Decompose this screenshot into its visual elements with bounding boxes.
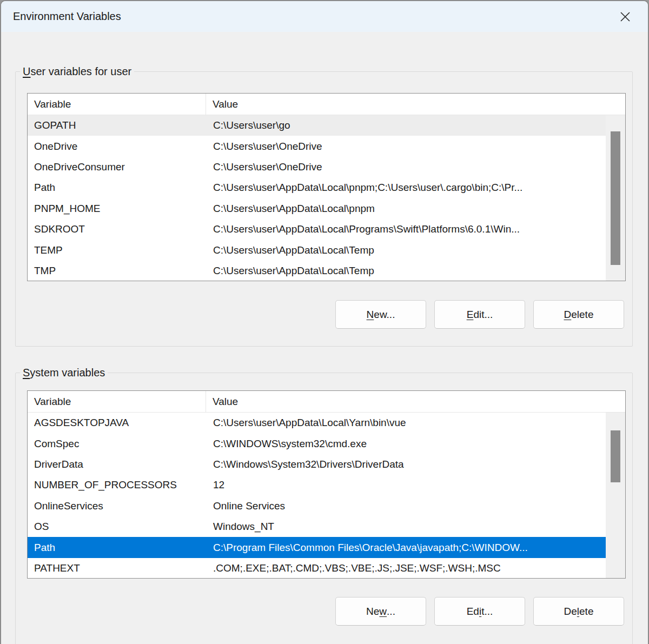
system-variables-group-label: System variables bbox=[20, 367, 108, 379]
variable-name-cell: Path bbox=[28, 182, 206, 194]
variable-value-cell: C:\Windows\System32\Drivers\DriverData bbox=[206, 459, 606, 470]
button-label: De bbox=[564, 606, 577, 618]
table-row[interactable]: OneDrive C:\Users\user\OneDrive bbox=[28, 136, 606, 156]
column-header-value[interactable]: Value bbox=[206, 391, 625, 412]
variable-name-cell: OS bbox=[28, 521, 206, 533]
system-variables-table: Variable Value AGSDESKTOPJAVA C:\Users\u… bbox=[27, 390, 626, 579]
variable-value-cell: C:\Users\user\AppData\Local\Programs\Swi… bbox=[206, 223, 606, 235]
close-button[interactable] bbox=[614, 6, 636, 28]
variable-name-cell: OneDriveConsumer bbox=[28, 161, 206, 173]
variable-name-cell: PNPM_HOME bbox=[28, 203, 206, 215]
button-label: dit... bbox=[473, 309, 493, 321]
system-table-body: AGSDESKTOPJAVA C:\Users\user\AppData\Loc… bbox=[28, 413, 625, 578]
variable-value-cell: C:\Users\user\go bbox=[206, 119, 606, 131]
table-row-selected[interactable]: Path C:\Program Files\Common Files\Oracl… bbox=[28, 537, 606, 557]
button-label-mnemonic: N bbox=[367, 309, 374, 321]
variable-name-cell: SDKROOT bbox=[28, 223, 206, 235]
variable-value-cell: C:\Users\user\AppData\Local\pnpm bbox=[206, 203, 606, 215]
table-row[interactable]: GOPATH C:\Users\user\go bbox=[28, 115, 606, 136]
group-label-mnemonic: U bbox=[23, 65, 30, 77]
button-label: ete bbox=[579, 606, 593, 618]
variable-value-cell: C:\Users\user\AppData\Local\Temp bbox=[206, 265, 606, 277]
system-buttons-row: New... Edit... Delete bbox=[335, 597, 624, 626]
title-bar: Environment Variables bbox=[1, 1, 648, 32]
variable-name-cell: OneDrive bbox=[28, 141, 206, 152]
column-header-value[interactable]: Value bbox=[206, 94, 625, 115]
button-label: elete bbox=[571, 309, 593, 321]
table-row[interactable]: ComSpec C:\WINDOWS\system32\cmd.exe bbox=[28, 433, 606, 454]
variable-value-cell: Online Services bbox=[206, 500, 606, 512]
table-row[interactable]: TMP C:\Users\user\AppData\Local\Temp bbox=[28, 261, 606, 281]
variable-name-cell: AGSDESKTOPJAVA bbox=[28, 417, 206, 429]
button-label: ew... bbox=[374, 309, 395, 321]
user-table-rows: GOPATH C:\Users\user\go OneDrive C:\User… bbox=[28, 115, 606, 281]
system-table-rows: AGSDESKTOPJAVA C:\Users\user\AppData\Loc… bbox=[28, 413, 606, 578]
user-variables-group-label: User variables for user bbox=[20, 65, 134, 78]
column-header-variable[interactable]: Variable bbox=[28, 94, 206, 115]
variable-name-cell: ComSpec bbox=[28, 438, 206, 450]
button-label-mnemonic: D bbox=[564, 309, 572, 321]
close-icon bbox=[618, 10, 632, 24]
user-variables-table: Variable Value GOPATH C:\Users\user\go O… bbox=[27, 93, 626, 281]
variable-value-cell: C:\Program Files\Common Files\Oracle\Jav… bbox=[206, 542, 606, 554]
environment-variables-dialog: Environment Variables User variables for… bbox=[0, 0, 649, 644]
system-new-button[interactable]: New... bbox=[335, 597, 426, 626]
user-table-header: Variable Value bbox=[28, 94, 625, 115]
table-row[interactable]: PNPM_HOME C:\Users\user\AppData\Local\pn… bbox=[28, 198, 606, 219]
variable-value-cell: C:\Users\user\OneDrive bbox=[206, 161, 606, 173]
table-row[interactable]: OS Windows_NT bbox=[28, 516, 606, 537]
variable-name-cell: GOPATH bbox=[28, 119, 206, 131]
variable-name-cell: Path bbox=[28, 542, 206, 554]
variable-value-cell: C:\Users\user\AppData\Local\Yarn\bin\vue bbox=[206, 417, 606, 429]
user-buttons-row: New... Edit... Delete bbox=[335, 300, 624, 329]
vertical-scrollbar[interactable] bbox=[606, 115, 625, 281]
scrollbar-thumb[interactable] bbox=[611, 131, 620, 265]
group-label-post: ser variables for user bbox=[30, 65, 131, 77]
variable-name-cell: OnlineServices bbox=[28, 500, 206, 512]
table-row[interactable]: NUMBER_OF_PROCESSORS 12 bbox=[28, 475, 606, 495]
variable-value-cell: C:\WINDOWS\system32\cmd.exe bbox=[206, 438, 606, 450]
variable-name-cell: PATHEXT bbox=[28, 562, 206, 574]
table-row[interactable]: PATHEXT .COM;.EXE;.BAT;.CMD;.VBS;.VBE;.J… bbox=[28, 558, 606, 579]
table-row[interactable]: AGSDESKTOPJAVA C:\Users\user\AppData\Loc… bbox=[28, 413, 606, 433]
button-label-mnemonic: w bbox=[379, 606, 387, 618]
variable-name-cell: TEMP bbox=[28, 244, 206, 256]
table-row[interactable]: DriverData C:\Windows\System32\Drivers\D… bbox=[28, 454, 606, 475]
user-table-body: GOPATH C:\Users\user\go OneDrive C:\User… bbox=[28, 115, 625, 281]
group-label-post: ystem variables bbox=[30, 367, 105, 379]
variable-name-cell: TMP bbox=[28, 265, 206, 277]
user-delete-button[interactable]: Delete bbox=[533, 300, 624, 329]
system-table-header: Variable Value bbox=[28, 391, 625, 413]
variable-name-cell: DriverData bbox=[28, 459, 206, 470]
button-label: Ed bbox=[467, 606, 479, 618]
system-edit-button[interactable]: Edit... bbox=[434, 597, 525, 626]
scrollbar-thumb[interactable] bbox=[611, 430, 620, 482]
variable-value-cell: .COM;.EXE;.BAT;.CMD;.VBS;.VBE;.JS;.JSE;.… bbox=[206, 562, 606, 574]
variable-value-cell: C:\Users\user\OneDrive bbox=[206, 141, 606, 152]
user-edit-button[interactable]: Edit... bbox=[434, 300, 525, 329]
table-row[interactable]: OneDriveConsumer C:\Users\user\OneDrive bbox=[28, 157, 606, 177]
group-label-mnemonic: S bbox=[23, 367, 30, 379]
column-header-variable[interactable]: Variable bbox=[28, 391, 206, 412]
button-label-mnemonic: E bbox=[467, 309, 474, 321]
table-row[interactable]: SDKROOT C:\Users\user\AppData\Local\Prog… bbox=[28, 219, 606, 240]
vertical-scrollbar[interactable] bbox=[606, 413, 625, 578]
button-label: ... bbox=[387, 606, 395, 618]
table-row[interactable]: TEMP C:\Users\user\AppData\Local\Temp bbox=[28, 240, 606, 260]
variable-name-cell: NUMBER_OF_PROCESSORS bbox=[28, 479, 206, 491]
button-label: Ne bbox=[366, 606, 379, 618]
system-delete-button[interactable]: Delete bbox=[533, 597, 624, 626]
variable-value-cell: Windows_NT bbox=[206, 521, 606, 533]
variable-value-cell: 12 bbox=[206, 479, 606, 491]
variable-value-cell: C:\Users\user\AppData\Local\pnpm;C:\User… bbox=[206, 182, 606, 194]
window-title: Environment Variables bbox=[13, 10, 121, 23]
table-row[interactable]: OnlineServices Online Services bbox=[28, 496, 606, 516]
button-label: t... bbox=[481, 606, 493, 618]
user-new-button[interactable]: New... bbox=[335, 300, 426, 329]
variable-value-cell: C:\Users\user\AppData\Local\Temp bbox=[206, 244, 606, 256]
table-row[interactable]: Path C:\Users\user\AppData\Local\pnpm;C:… bbox=[28, 177, 606, 198]
